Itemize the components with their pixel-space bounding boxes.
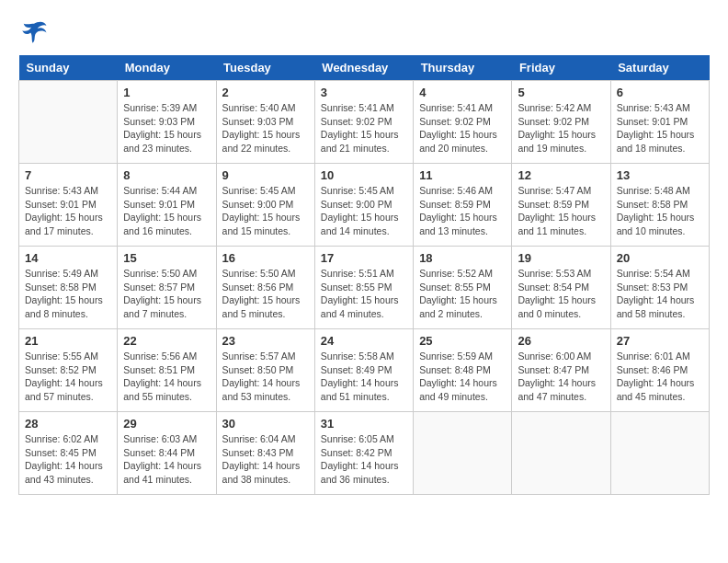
day-info: Sunrise: 5:39 AM Sunset: 9:03 PM Dayligh… <box>123 101 210 155</box>
day-number: 1 <box>123 86 210 99</box>
calendar-cell <box>512 412 610 495</box>
calendar-cell: 27Sunrise: 6:01 AM Sunset: 8:46 PM Dayli… <box>610 329 709 412</box>
day-info: Sunrise: 6:04 AM Sunset: 8:43 PM Dayligh… <box>222 432 309 487</box>
calendar-cell: 11Sunrise: 5:46 AM Sunset: 8:59 PM Dayli… <box>414 164 512 247</box>
day-number: 20 <box>617 251 703 265</box>
calendar-cell: 20Sunrise: 5:54 AM Sunset: 8:53 PM Dayli… <box>610 247 709 329</box>
calendar-cell: 30Sunrise: 6:04 AM Sunset: 8:43 PM Dayli… <box>216 412 314 495</box>
day-number: 22 <box>123 334 210 348</box>
day-number: 16 <box>222 251 309 265</box>
week-row-5: 28Sunrise: 6:02 AM Sunset: 8:45 PM Dayli… <box>19 412 710 495</box>
calendar-cell: 19Sunrise: 5:53 AM Sunset: 8:54 PM Dayli… <box>512 247 610 329</box>
calendar-cell: 28Sunrise: 6:02 AM Sunset: 8:45 PM Dayli… <box>19 412 118 495</box>
week-row-4: 21Sunrise: 5:55 AM Sunset: 8:52 PM Dayli… <box>19 329 710 412</box>
calendar-cell: 13Sunrise: 5:48 AM Sunset: 8:58 PM Dayli… <box>610 164 709 247</box>
calendar-cell: 18Sunrise: 5:52 AM Sunset: 8:55 PM Dayli… <box>414 247 512 329</box>
day-number: 29 <box>123 417 210 431</box>
day-info: Sunrise: 6:03 AM Sunset: 8:44 PM Dayligh… <box>123 432 210 487</box>
weekday-header-friday: Friday <box>512 55 610 81</box>
calendar-cell: 12Sunrise: 5:47 AM Sunset: 8:59 PM Dayli… <box>512 164 610 247</box>
day-number: 18 <box>419 251 506 265</box>
day-info: Sunrise: 6:05 AM Sunset: 8:42 PM Dayligh… <box>321 432 407 487</box>
calendar-cell: 31Sunrise: 6:05 AM Sunset: 8:42 PM Dayli… <box>314 412 413 495</box>
day-number: 4 <box>419 86 506 99</box>
day-info: Sunrise: 5:41 AM Sunset: 9:02 PM Dayligh… <box>321 101 407 155</box>
day-number: 11 <box>419 168 506 182</box>
day-info: Sunrise: 6:02 AM Sunset: 8:45 PM Dayligh… <box>25 432 111 487</box>
day-number: 17 <box>321 251 407 265</box>
calendar-cell: 15Sunrise: 5:50 AM Sunset: 8:57 PM Dayli… <box>118 247 216 329</box>
page-header <box>18 18 710 46</box>
calendar-cell: 4Sunrise: 5:41 AM Sunset: 9:02 PM Daylig… <box>414 81 512 164</box>
day-number: 8 <box>123 168 210 182</box>
calendar-table: SundayMondayTuesdayWednesdayThursdayFrid… <box>18 55 710 495</box>
day-info: Sunrise: 5:46 AM Sunset: 8:59 PM Dayligh… <box>419 184 506 238</box>
day-number: 3 <box>321 86 407 99</box>
day-info: Sunrise: 5:40 AM Sunset: 9:03 PM Dayligh… <box>222 101 309 155</box>
day-number: 25 <box>419 334 506 348</box>
day-info: Sunrise: 5:55 AM Sunset: 8:52 PM Dayligh… <box>25 350 111 404</box>
calendar-cell: 16Sunrise: 5:50 AM Sunset: 8:56 PM Dayli… <box>216 247 314 329</box>
weekday-header-tuesday: Tuesday <box>216 55 314 81</box>
day-number: 19 <box>518 251 604 265</box>
calendar-cell: 9Sunrise: 5:45 AM Sunset: 9:00 PM Daylig… <box>216 164 314 247</box>
day-number: 24 <box>321 334 407 348</box>
calendar-cell: 23Sunrise: 5:57 AM Sunset: 8:50 PM Dayli… <box>216 329 314 412</box>
calendar-cell: 25Sunrise: 5:59 AM Sunset: 8:48 PM Dayli… <box>414 329 512 412</box>
day-info: Sunrise: 5:50 AM Sunset: 8:57 PM Dayligh… <box>123 267 210 321</box>
calendar-cell: 8Sunrise: 5:44 AM Sunset: 9:01 PM Daylig… <box>118 164 216 247</box>
day-number: 21 <box>25 334 111 348</box>
calendar-cell: 22Sunrise: 5:56 AM Sunset: 8:51 PM Dayli… <box>118 329 216 412</box>
week-row-3: 14Sunrise: 5:49 AM Sunset: 8:58 PM Dayli… <box>19 247 710 329</box>
day-number: 31 <box>321 417 407 431</box>
day-info: Sunrise: 5:53 AM Sunset: 8:54 PM Dayligh… <box>518 267 604 321</box>
calendar-cell: 21Sunrise: 5:55 AM Sunset: 8:52 PM Dayli… <box>19 329 118 412</box>
day-number: 27 <box>617 334 703 348</box>
day-number: 23 <box>222 334 309 348</box>
day-info: Sunrise: 5:50 AM Sunset: 8:56 PM Dayligh… <box>222 267 309 321</box>
day-info: Sunrise: 5:41 AM Sunset: 9:02 PM Dayligh… <box>419 101 506 155</box>
week-row-1: 1Sunrise: 5:39 AM Sunset: 9:03 PM Daylig… <box>19 81 710 164</box>
day-number: 12 <box>518 168 604 182</box>
weekday-header-wednesday: Wednesday <box>314 55 413 81</box>
calendar-cell: 17Sunrise: 5:51 AM Sunset: 8:55 PM Dayli… <box>314 247 413 329</box>
day-info: Sunrise: 5:45 AM Sunset: 9:00 PM Dayligh… <box>222 184 309 238</box>
day-info: Sunrise: 5:57 AM Sunset: 8:50 PM Dayligh… <box>222 350 309 404</box>
calendar-cell: 29Sunrise: 6:03 AM Sunset: 8:44 PM Dayli… <box>118 412 216 495</box>
day-number: 26 <box>518 334 604 348</box>
day-number: 6 <box>617 86 703 99</box>
calendar-cell: 6Sunrise: 5:43 AM Sunset: 9:01 PM Daylig… <box>610 81 709 164</box>
day-number: 9 <box>222 168 309 182</box>
calendar-cell <box>610 412 709 495</box>
day-number: 15 <box>123 251 210 265</box>
day-info: Sunrise: 5:54 AM Sunset: 8:53 PM Dayligh… <box>617 267 703 321</box>
day-number: 30 <box>222 417 309 431</box>
calendar-cell: 10Sunrise: 5:45 AM Sunset: 9:00 PM Dayli… <box>314 164 413 247</box>
logo-bird-icon <box>20 18 48 46</box>
calendar-cell <box>19 81 118 164</box>
day-number: 28 <box>25 417 111 431</box>
calendar-cell: 1Sunrise: 5:39 AM Sunset: 9:03 PM Daylig… <box>118 81 216 164</box>
calendar-cell: 26Sunrise: 6:00 AM Sunset: 8:47 PM Dayli… <box>512 329 610 412</box>
day-info: Sunrise: 5:47 AM Sunset: 8:59 PM Dayligh… <box>518 184 604 238</box>
day-info: Sunrise: 5:59 AM Sunset: 8:48 PM Dayligh… <box>419 350 506 404</box>
logo <box>18 18 48 46</box>
day-number: 5 <box>518 86 604 99</box>
day-info: Sunrise: 5:48 AM Sunset: 8:58 PM Dayligh… <box>617 184 703 238</box>
weekday-header-monday: Monday <box>118 55 216 81</box>
weekday-header-saturday: Saturday <box>610 55 709 81</box>
day-number: 7 <box>25 168 111 182</box>
weekday-header-row: SundayMondayTuesdayWednesdayThursdayFrid… <box>19 55 710 81</box>
day-info: Sunrise: 5:56 AM Sunset: 8:51 PM Dayligh… <box>123 350 210 404</box>
day-info: Sunrise: 5:51 AM Sunset: 8:55 PM Dayligh… <box>321 267 407 321</box>
day-info: Sunrise: 5:43 AM Sunset: 9:01 PM Dayligh… <box>25 184 111 238</box>
calendar-cell <box>414 412 512 495</box>
day-number: 10 <box>321 168 407 182</box>
calendar-cell: 7Sunrise: 5:43 AM Sunset: 9:01 PM Daylig… <box>19 164 118 247</box>
day-number: 13 <box>617 168 703 182</box>
weekday-header-sunday: Sunday <box>19 55 118 81</box>
calendar-cell: 24Sunrise: 5:58 AM Sunset: 8:49 PM Dayli… <box>314 329 413 412</box>
day-number: 2 <box>222 86 309 99</box>
day-info: Sunrise: 5:45 AM Sunset: 9:00 PM Dayligh… <box>321 184 407 238</box>
calendar-cell: 2Sunrise: 5:40 AM Sunset: 9:03 PM Daylig… <box>216 81 314 164</box>
